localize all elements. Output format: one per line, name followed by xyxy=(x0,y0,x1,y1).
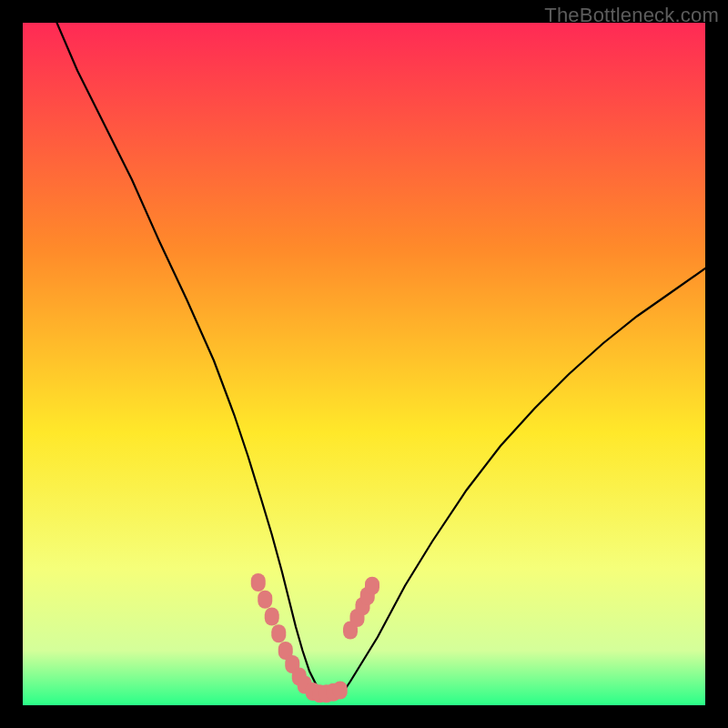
marker-point xyxy=(258,591,272,609)
marker-point xyxy=(333,682,348,700)
bottleneck-chart xyxy=(23,23,705,705)
marker-point xyxy=(251,573,266,592)
canvas: TheBottleneck.com xyxy=(0,0,728,728)
marker-point xyxy=(265,608,279,626)
watermark-text: TheBottleneck.com xyxy=(544,4,719,27)
marker-point xyxy=(271,624,286,642)
marker-point xyxy=(365,577,379,595)
